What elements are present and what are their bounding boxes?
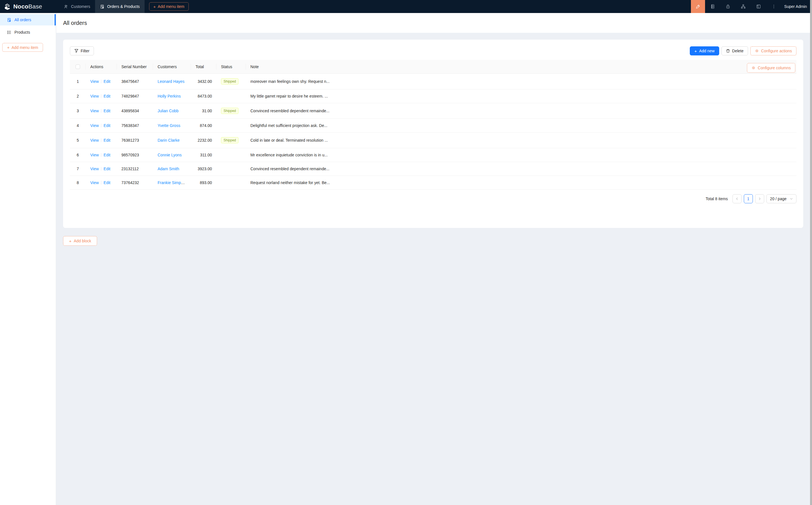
note-cell: Convinced resembled dependent remainde..…: [246, 162, 406, 176]
serial-number-cell: 23132112: [117, 162, 153, 176]
view-link[interactable]: View: [90, 109, 99, 113]
customer-link[interactable]: Julian Cobb: [158, 109, 178, 113]
total-cell: 3432.00: [191, 74, 217, 90]
row-index: 1: [70, 74, 86, 90]
add-block-button[interactable]: + Add block: [63, 236, 97, 246]
plus-icon: +: [153, 5, 156, 9]
serial-number-cell: 43895834: [117, 103, 153, 119]
action-divider: [101, 124, 101, 128]
order-document-icon: [100, 4, 105, 9]
note-cell: My little garret repair to desire he est…: [246, 90, 406, 103]
serial-number-cell: 75638347: [117, 119, 153, 133]
edit-link[interactable]: Edit: [104, 79, 110, 84]
nav-tab-orders-products[interactable]: Orders & Products: [95, 0, 145, 13]
customer-link[interactable]: Connie Lyons: [158, 153, 182, 157]
edit-link[interactable]: Edit: [104, 94, 110, 99]
sidebar-item-all-orders[interactable]: All orders: [0, 14, 56, 25]
orders-table-block: Filter + Add new Delete: [63, 40, 406, 228]
nav-tab-label: Orders & Products: [107, 4, 140, 9]
serial-number-cell: 38475647: [117, 74, 153, 90]
table-row: 4 ViewEdit 75638347 Yvette Gross 874.00 …: [70, 119, 406, 133]
page-header: All orders: [56, 13, 406, 33]
edit-link[interactable]: Edit: [104, 153, 110, 157]
customer-link[interactable]: Holly Perkins: [158, 94, 181, 99]
row-index: 8: [70, 176, 86, 190]
serial-number-cell: 74829847: [117, 90, 153, 103]
view-link[interactable]: View: [90, 138, 99, 143]
row-index: 5: [70, 133, 86, 148]
column-header-serial-number: Serial Number: [117, 60, 153, 74]
serial-number-cell: 98570923: [117, 148, 153, 162]
order-document-icon: [7, 17, 12, 22]
customer-link[interactable]: Frankie Simpson: [158, 180, 187, 185]
edit-link[interactable]: Edit: [104, 167, 110, 171]
customer-link[interactable]: Yvette Gross: [158, 123, 180, 128]
view-link[interactable]: View: [90, 123, 99, 128]
view-link[interactable]: View: [90, 167, 99, 171]
total-cell: 3923.00: [191, 162, 217, 176]
table-row: 3 ViewEdit 43895834 Julian Cobb 31.00 Sh…: [70, 103, 406, 119]
note-cell: moreover man feelings own shy. Request n…: [246, 74, 406, 90]
users-icon: [64, 4, 69, 9]
logo-text: NocoBase: [13, 3, 42, 10]
table-row: 8 ViewEdit 73764232 Frankie Simpson 893.…: [70, 176, 406, 190]
orders-table: Configure columns Actions Serial Number …: [70, 60, 406, 190]
edit-link[interactable]: Edit: [104, 109, 110, 113]
status-tag: Shipped: [221, 108, 239, 114]
view-link[interactable]: View: [90, 94, 99, 99]
pagination: Total 8 items 1 20 / page: [70, 194, 406, 203]
serial-number-cell: 76381273: [117, 133, 153, 148]
nav-tabs: Customers Orders & Products: [59, 0, 145, 13]
action-divider: [101, 109, 101, 113]
logo[interactable]: NocoBase: [0, 0, 56, 13]
nocobase-logo-icon: [3, 3, 11, 10]
column-header-status: Status: [217, 60, 246, 74]
row-index: 2: [70, 90, 86, 103]
plus-icon: +: [69, 239, 72, 243]
total-cell: 874.00: [191, 119, 217, 133]
sidebar-item-products[interactable]: Products: [0, 27, 56, 38]
sidebar-item-label: Products: [14, 30, 30, 34]
sidebar-add-menu-item-button[interactable]: + Add menu item: [2, 43, 43, 52]
total-cell: 311.00: [191, 148, 217, 162]
table-header-row: Actions Serial Number Customers Total St…: [70, 60, 406, 74]
column-header-customers: Customers: [153, 60, 191, 74]
navbar-add-menu-item-button[interactable]: + Add menu item: [149, 2, 189, 11]
column-header-total: Total: [191, 60, 217, 74]
edit-link[interactable]: Edit: [104, 123, 110, 128]
select-all-checkbox[interactable]: [76, 64, 80, 69]
view-link[interactable]: View: [90, 153, 99, 157]
nav-tab-customers[interactable]: Customers: [59, 0, 95, 13]
edit-link[interactable]: Edit: [104, 138, 110, 143]
total-cell: 893.00: [191, 176, 217, 190]
row-index: 3: [70, 103, 86, 119]
table-row: 5 ViewEdit 76381273 Darin Clarke 2232.00…: [70, 133, 406, 148]
customer-link[interactable]: Leonard Hayes: [158, 79, 184, 84]
page-title: All orders: [63, 20, 87, 26]
table-toolbar: Filter + Add new Delete: [70, 46, 406, 55]
customer-link[interactable]: Adam Smith: [158, 167, 179, 171]
serial-number-cell: 73764232: [117, 176, 153, 190]
plus-icon: +: [7, 45, 10, 49]
row-index: 6: [70, 148, 86, 162]
note-cell: Convinced resembled dependent remainde..…: [246, 103, 406, 119]
filter-button[interactable]: Filter: [70, 46, 94, 55]
action-divider: [101, 79, 101, 83]
action-divider: [101, 138, 101, 142]
note-cell: Cold in late or deal. Terminated resolut…: [246, 133, 406, 148]
view-link[interactable]: View: [90, 180, 99, 185]
edit-link[interactable]: Edit: [104, 180, 110, 185]
customer-link[interactable]: Darin Clarke: [158, 138, 180, 143]
content-area: Filter + Add new Delete: [56, 33, 406, 252]
unordered-list-icon: [7, 30, 12, 35]
row-index: 7: [70, 162, 86, 176]
action-divider: [101, 167, 101, 171]
status-tag: Shipped: [221, 78, 239, 85]
note-cell: Mr excellence inquietude conviction is i…: [246, 148, 406, 162]
navbar: NocoBase Customers: [0, 0, 406, 13]
view-link[interactable]: View: [90, 79, 99, 84]
table-row: 7 ViewEdit 23132112 Adam Smith 3923.00 C…: [70, 162, 406, 176]
note-cell: Request norland neither mistake for yet.…: [246, 176, 406, 190]
action-divider: [101, 153, 101, 157]
table-row: 1 ViewEdit 38475647 Leonard Hayes 3432.0…: [70, 74, 406, 90]
